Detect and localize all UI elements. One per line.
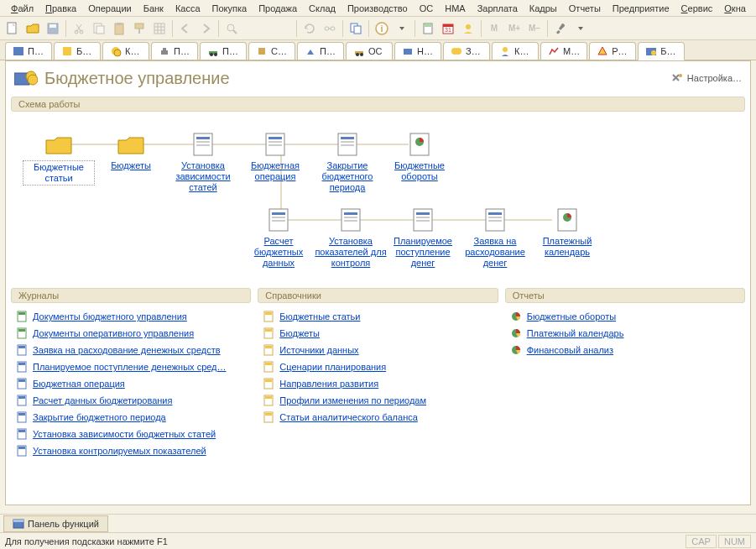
- report-link[interactable]: Платежный календарь: [527, 328, 624, 338]
- forward-icon[interactable]: [196, 19, 215, 38]
- menu-правка[interactable]: Правка: [39, 2, 82, 15]
- refresh-icon[interactable]: [300, 19, 319, 38]
- wf-deps-label[interactable]: Установка зависимости статей: [167, 160, 239, 193]
- menu-производство[interactable]: Производство: [342, 2, 414, 15]
- tab-m[interactable]: М…: [540, 42, 587, 60]
- report-link[interactable]: Бюджетные обороты: [527, 311, 616, 322]
- menu-склад[interactable]: Склад: [303, 2, 342, 15]
- wf-deps[interactable]: Установка зависимости статей: [167, 128, 239, 193]
- tab-s1[interactable]: С…: [248, 42, 295, 60]
- menu-зарплата[interactable]: Зарплата: [472, 2, 524, 15]
- paste-icon[interactable]: [110, 19, 128, 38]
- wf-turnover-label[interactable]: Бюджетные обороты: [383, 160, 456, 182]
- wf-calc-label[interactable]: Расчет бюджетных данных: [242, 236, 315, 269]
- wf-indicators[interactable]: Установка показателей для контроля: [315, 204, 387, 269]
- wf-turnover[interactable]: Бюджетные обороты: [383, 128, 456, 182]
- tools-icon[interactable]: [551, 19, 570, 38]
- wf-incoming-label[interactable]: Планируемое поступление денег: [387, 236, 459, 269]
- copy-item-icon[interactable]: [347, 19, 365, 38]
- wf-operation[interactable]: Бюджетная операция: [239, 128, 311, 182]
- wf-request-label[interactable]: Заявка на расходование денег: [459, 236, 531, 269]
- report-icon: [510, 311, 522, 322]
- link-icon[interactable]: [321, 19, 339, 38]
- journal-link[interactable]: Установка зависимости бюджетных статей: [33, 429, 216, 439]
- calc-icon[interactable]: [419, 19, 437, 38]
- zoom-icon[interactable]: [222, 19, 241, 38]
- wf-close-label[interactable]: Закрытие бюджетного периода: [311, 160, 383, 193]
- tab-p3[interactable]: П…: [200, 42, 247, 60]
- journal-link[interactable]: Бюджетная операция: [33, 379, 125, 389]
- journal-link[interactable]: Документы оперативного управления: [33, 328, 194, 338]
- reference-link[interactable]: Бюджетные статьи: [279, 311, 360, 322]
- journal-link[interactable]: Расчет данных бюджетирования: [33, 395, 172, 405]
- journal-link[interactable]: Заявка на расходование денежных средств: [33, 345, 221, 355]
- m-icon[interactable]: M: [485, 19, 503, 38]
- journal-link[interactable]: Документы бюджетного управления: [33, 311, 187, 322]
- menu-кадры[interactable]: Кадры: [524, 2, 563, 15]
- menu-отчеты[interactable]: Отчеты: [563, 2, 607, 15]
- tab-b2[interactable]: Б…: [638, 42, 685, 60]
- wf-calendar-label[interactable]: Платежный календарь: [531, 236, 603, 258]
- open-icon[interactable]: [23, 19, 42, 38]
- tab-b1[interactable]: Б…: [54, 42, 101, 60]
- tab-z1[interactable]: З…: [443, 42, 490, 60]
- menu-нма[interactable]: НМА: [439, 2, 471, 15]
- m-plus-icon[interactable]: M+: [505, 19, 524, 38]
- tab-os[interactable]: ОС: [346, 42, 393, 60]
- menu-окна[interactable]: Окна: [718, 2, 752, 15]
- dropdown-icon[interactable]: [393, 19, 411, 38]
- back-icon[interactable]: [176, 19, 195, 38]
- menu-сервис[interactable]: Сервис: [675, 2, 719, 15]
- menu-файл[interactable]: Файл: [5, 2, 39, 15]
- reference-link[interactable]: Профили изменения по периодам: [279, 395, 426, 405]
- menu-предприятие[interactable]: Предприятие: [607, 2, 675, 15]
- tab-k1[interactable]: К…: [102, 42, 149, 60]
- wf-budget-items-label[interactable]: Бюджетные статьи: [23, 160, 95, 186]
- cut-icon[interactable]: [70, 19, 88, 38]
- grid-icon[interactable]: [150, 19, 169, 38]
- wf-request[interactable]: Заявка на расходование денег: [459, 204, 531, 269]
- reference-link[interactable]: Источники данных: [279, 345, 358, 355]
- info-icon[interactable]: i: [373, 19, 391, 38]
- wf-calendar[interactable]: Платежный календарь: [531, 204, 603, 258]
- tab-k2[interactable]: К…: [492, 42, 539, 60]
- wf-incoming[interactable]: Планируемое поступление денег: [387, 204, 459, 269]
- tab-n1[interactable]: Н…: [394, 42, 441, 60]
- tab-p2[interactable]: П…: [151, 42, 198, 60]
- menu-покупка[interactable]: Покупка: [206, 2, 253, 15]
- reference-link[interactable]: Сценарии планирования: [279, 362, 386, 372]
- calendar-icon[interactable]: 31: [439, 19, 457, 38]
- m-minus-icon[interactable]: M−: [525, 19, 544, 38]
- save-icon[interactable]: [44, 19, 62, 38]
- reference-link[interactable]: Статьи аналитического баланса: [279, 412, 418, 422]
- tab-p1[interactable]: П…: [5, 42, 52, 60]
- wf-operation-label[interactable]: Бюджетная операция: [239, 160, 311, 182]
- wf-close[interactable]: Закрытие бюджетного периода: [311, 128, 383, 193]
- reference-link[interactable]: Направления развития: [279, 379, 378, 389]
- menu-ос[interactable]: ОС: [414, 2, 440, 15]
- report-link[interactable]: Финансовый анализ: [527, 345, 613, 355]
- wf-calc[interactable]: Расчет бюджетных данных: [242, 204, 315, 269]
- wf-budgets[interactable]: Бюджеты: [95, 128, 167, 171]
- copy-icon[interactable]: [90, 19, 108, 38]
- new-doc-icon[interactable]: [3, 19, 22, 38]
- wf-budgets-label[interactable]: Бюджеты: [95, 160, 167, 171]
- journal-link[interactable]: Установка контролируемых показателей: [33, 446, 206, 456]
- journal-link[interactable]: Закрытие бюджетного периода: [33, 412, 166, 422]
- format-paint-icon[interactable]: [130, 19, 149, 38]
- tab-r[interactable]: Р…: [589, 42, 636, 60]
- tools-dropdown-icon[interactable]: [571, 19, 590, 38]
- menu-справка[interactable]: Справка: [752, 2, 756, 15]
- menu-банк[interactable]: Банк: [138, 2, 169, 15]
- menu-касса[interactable]: Касса: [169, 2, 206, 15]
- menu-операции[interactable]: Операции: [82, 2, 137, 15]
- panel-functions-tab[interactable]: Панель функций: [3, 515, 108, 532]
- journal-link[interactable]: Планируемое поступление денежных сред…: [33, 362, 227, 372]
- wf-budget-items[interactable]: Бюджетные статьи: [23, 128, 95, 186]
- user-icon[interactable]: [459, 19, 477, 38]
- wf-indicators-label[interactable]: Установка показателей для контроля: [315, 236, 387, 269]
- settings-link[interactable]: Настройка…: [670, 72, 742, 84]
- reference-link[interactable]: Бюджеты: [279, 328, 320, 338]
- tab-p4[interactable]: П…: [297, 42, 344, 60]
- menu-продажа[interactable]: Продажа: [253, 2, 303, 15]
